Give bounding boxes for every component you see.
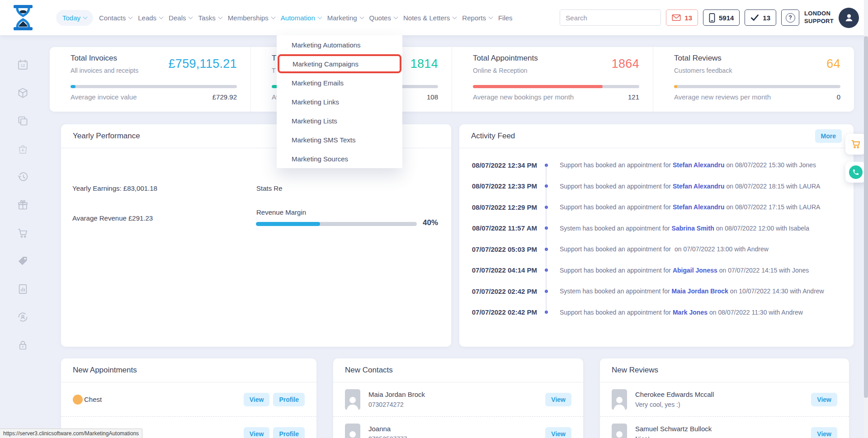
review-row: Cherokee Edwards Mccall Very cool, yes :…: [600, 382, 849, 417]
stat-title: T: [272, 54, 276, 63]
chevron-down-icon: [317, 14, 322, 19]
icon-sidebar: 12: [0, 35, 45, 438]
contact-link[interactable]: Stefan Alexandru: [673, 161, 725, 169]
contact-row: Joanna 07952587777 View: [333, 417, 583, 438]
gift-icon[interactable]: [17, 199, 29, 211]
stat-subtitle: Online & Reception: [473, 67, 538, 74]
contact-link[interactable]: Abigail Joness: [673, 267, 717, 274]
activity-time: 07/07/2022 05:03 PM: [459, 245, 537, 253]
menu-item-marketing-emails[interactable]: Marketing Emails: [277, 73, 402, 92]
nav-files[interactable]: Files: [498, 14, 513, 22]
view-button[interactable]: View: [244, 427, 270, 438]
user-avatar[interactable]: [839, 8, 859, 28]
stat-footer-label: Average new bookings per month: [473, 93, 574, 101]
stat-progress-bar: [473, 85, 639, 88]
chevron-down-icon: [189, 14, 193, 19]
copy-icon[interactable]: [17, 115, 29, 127]
menu-item-marketing-campaigns[interactable]: Marketing Campaigns: [278, 54, 401, 73]
price-tag-icon[interactable]: [17, 255, 29, 267]
stats-refreshed-text: Stats Re: [256, 184, 283, 192]
menu-item-marketing-sms-texts[interactable]: Marketing SMS Texts: [277, 130, 402, 149]
contact-link[interactable]: Sabrina Smith: [672, 225, 714, 232]
nav-tasks[interactable]: Tasks: [198, 14, 222, 22]
nav-today[interactable]: Today: [56, 10, 93, 26]
nav-deals[interactable]: Deals: [169, 14, 192, 22]
activity-time: 08/07/2022 12:34 PM: [459, 161, 537, 169]
nav-memberships[interactable]: Memberships: [228, 14, 275, 22]
nav-contacts[interactable]: Contacts: [99, 14, 132, 22]
nav-automation[interactable]: Automation: [281, 14, 321, 22]
scrollbar-track[interactable]: [864, 0, 868, 438]
cart-float-button[interactable]: [845, 134, 866, 155]
chevron-down-icon: [488, 14, 493, 19]
contact-link[interactable]: Stefan Alexandru: [673, 203, 725, 211]
report-icon[interactable]: [17, 283, 29, 295]
nav-reports[interactable]: Reports: [462, 14, 492, 22]
contact-link[interactable]: Maia Jordan Brock: [672, 287, 728, 295]
revenue-margin-label: Revenue Margin: [256, 208, 306, 216]
timeline-dot: [537, 290, 555, 293]
lock-icon[interactable]: [17, 339, 29, 351]
calls-badge[interactable]: 5914: [703, 9, 740, 26]
contact-link[interactable]: Stefan Alexandru: [673, 183, 725, 190]
shopping-bag-icon[interactable]: [17, 143, 29, 155]
menu-item-marketing-automations[interactable]: Marketing Automations: [277, 35, 402, 54]
activity-time: 07/07/2022 02:42 PM: [459, 287, 537, 295]
contact-name: Joanna: [368, 425, 407, 433]
search-input[interactable]: [560, 10, 661, 25]
activity-text: Support has booked an appointment foron …: [555, 245, 854, 253]
messages-count: 13: [684, 14, 692, 22]
nav-notes-letters[interactable]: Notes & Letters: [403, 14, 456, 22]
timeline-dot: [537, 206, 555, 209]
stats-summary-card: Total Invoices All invoices and receipts…: [50, 47, 854, 112]
package-icon[interactable]: [17, 87, 29, 99]
calendar-icon[interactable]: 12: [17, 59, 29, 71]
messages-badge[interactable]: 13: [666, 9, 698, 26]
user-sync-icon[interactable]: [17, 311, 29, 323]
contact-name: Maia Jordan Brock: [368, 391, 425, 398]
view-button[interactable]: View: [545, 393, 571, 406]
profile-button[interactable]: Profile: [273, 393, 305, 406]
view-button[interactable]: View: [244, 393, 270, 406]
more-button[interactable]: More: [815, 129, 842, 143]
cart-icon[interactable]: [17, 227, 29, 239]
menu-item-marketing-links[interactable]: Marketing Links: [277, 92, 402, 111]
tasks-badge[interactable]: 13: [745, 9, 776, 26]
activity-text: Support has booked an appointment forSte…: [555, 203, 854, 211]
stat-value: 64: [826, 57, 840, 71]
person-silhouette-icon: [347, 429, 359, 438]
stat-footer-label: Average invoice value: [71, 93, 137, 101]
chevron-down-icon: [453, 14, 457, 19]
view-button[interactable]: View: [545, 427, 571, 438]
menu-item-marketing-lists[interactable]: Marketing Lists: [277, 111, 402, 130]
view-button[interactable]: View: [811, 427, 837, 438]
activity-text: System has booked an appointment forSabr…: [555, 225, 854, 232]
stat-footer-value: 0: [837, 93, 840, 101]
contact-link[interactable]: Mark Jones: [673, 309, 708, 316]
call-float-button[interactable]: [845, 162, 866, 183]
chevron-down-icon: [128, 14, 133, 19]
chevron-down-icon: [394, 14, 398, 19]
help-button[interactable]: ?: [781, 9, 799, 26]
history-icon[interactable]: [17, 171, 29, 183]
menu-item-marketing-sources[interactable]: Marketing Sources: [277, 149, 402, 168]
app-logo[interactable]: [13, 5, 33, 31]
nav-quotes[interactable]: Quotes: [369, 14, 397, 22]
stat-value: 1814: [410, 57, 438, 71]
mobile-phone-icon: [709, 13, 715, 23]
stat-subtitle: All invoices and receipts: [71, 67, 138, 74]
panel-title: New Contacts: [345, 366, 393, 375]
profile-button[interactable]: Profile: [273, 427, 305, 438]
scrollbar-thumb[interactable]: [864, 36, 868, 398]
nav-leads[interactable]: Leads: [138, 14, 163, 22]
activity-text: System has booked an appointment forMaia…: [555, 287, 854, 295]
review-text: Nice!: [635, 435, 712, 438]
activity-time: 08/07/2022 12:33 PM: [459, 182, 537, 190]
person-icon: [844, 12, 854, 23]
nav-marketing[interactable]: Marketing: [327, 14, 363, 22]
activity-item: 07/07/2022 04:14 PM Support has booked a…: [459, 260, 854, 281]
avatar: [612, 424, 627, 438]
view-button[interactable]: View: [811, 393, 837, 406]
calls-count: 5914: [719, 14, 734, 22]
yearly-earnings: Yearly Earnings: £83,001.18: [72, 184, 157, 192]
